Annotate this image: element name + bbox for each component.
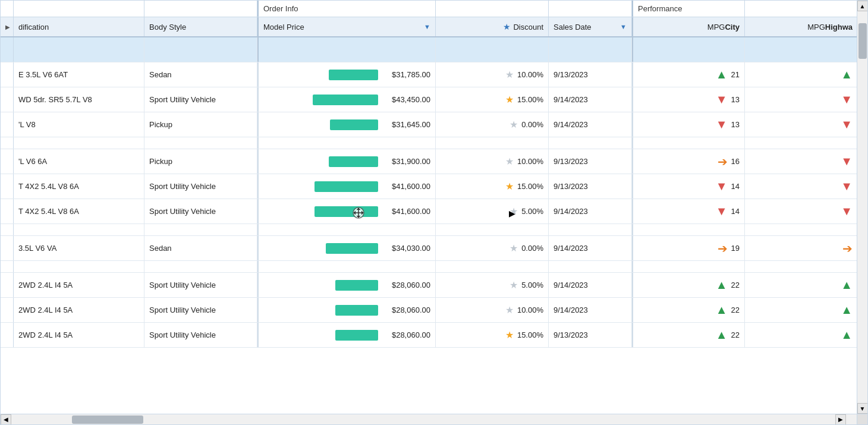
table-row[interactable]: 2WD 2.4L I4 5A Sport Utility Vehicle $28… — [1, 273, 867, 298]
table-row[interactable] — [1, 224, 867, 236]
discount-value: 5.00% — [521, 281, 543, 289]
vertical-scrollbar[interactable]: ▲ ▼ — [857, 1, 867, 414]
row-expand[interactable] — [1, 112, 14, 137]
col-header-body-style[interactable]: Body Style — [144, 17, 257, 36]
col-header-mpg-city[interactable]: MPG City — [632, 17, 745, 36]
row-expand[interactable] — [1, 298, 14, 322]
price-bar — [315, 181, 378, 192]
row-model-price: $28,060.00 — [257, 273, 436, 297]
spacer-discount — [436, 224, 549, 235]
row-mpg-city: ➔ 19 — [632, 236, 745, 260]
discount-value: 15.00% — [517, 182, 543, 191]
row-expand[interactable] — [1, 37, 14, 62]
spacer-expand — [1, 137, 14, 149]
mpg-city-value: 22 — [731, 330, 740, 339]
row-sales-date: 9/14/2023 — [549, 199, 632, 223]
spacer-mpg-highway — [745, 137, 858, 149]
discount-value: 15.00% — [517, 330, 543, 339]
sales-date-filter-icon[interactable]: ▼ — [620, 23, 627, 30]
row-mpg-city — [632, 37, 745, 62]
row-sales-date: 9/14/2023 — [549, 298, 632, 322]
table-row[interactable] — [1, 37, 867, 62]
row-expand[interactable] — [1, 149, 14, 174]
row-discount: ★ 5.00% — [436, 199, 549, 223]
star-empty: ★ — [505, 69, 514, 80]
table-row[interactable]: WD 5dr. SR5 5.7L V8 Sport Utility Vehicl… — [1, 87, 867, 112]
table-row[interactable]: 3.5L V6 VA Sedan $34,030.00 ★ 0.00% 9/14… — [1, 236, 867, 261]
row-expand[interactable] — [1, 273, 14, 297]
scroll-up-button[interactable]: ▲ — [857, 1, 868, 11]
table-row[interactable] — [1, 137, 867, 149]
row-modification: 2WD 2.4L I4 5A — [14, 273, 144, 297]
row-modification: 3.5L V6 VA — [14, 236, 144, 260]
row-mpg-highway: ▼ — [745, 87, 858, 112]
row-sales-date: 9/14/2023 — [549, 87, 632, 112]
mpg-city-value: 22 — [731, 281, 740, 289]
row-model-price: $31,645.00 — [257, 112, 436, 137]
row-mpg-highway: ▼ — [745, 149, 858, 174]
row-expand[interactable] — [1, 199, 14, 223]
col-header-discount[interactable]: ★ Discount — [436, 17, 549, 36]
spacer-discount — [436, 137, 549, 149]
scroll-left-button[interactable]: ◀ — [1, 414, 11, 425]
row-expand[interactable] — [1, 236, 14, 260]
table-row[interactable]: T 4X2 5.4L V8 6A Sport Utility Vehicle $… — [1, 174, 867, 199]
horizontal-scrollbar[interactable]: ◀ ▶ — [1, 414, 857, 424]
row-body-style: Sport Utility Vehicle — [144, 323, 257, 347]
row-mpg-city: ▼ 14 — [632, 174, 745, 199]
expand-icon: ▶ — [5, 24, 10, 30]
row-body-style: Sport Utility Vehicle — [144, 87, 257, 112]
table-row[interactable] — [1, 261, 867, 273]
row-modification: WD 5dr. SR5 5.7L V8 — [14, 87, 144, 112]
row-mpg-highway: ▼ — [745, 174, 858, 199]
row-discount: ★ 10.00% — [436, 298, 549, 322]
row-sales-date: 9/14/2023 — [549, 236, 632, 260]
col-header-modification[interactable]: dification — [14, 17, 144, 36]
spacer-mpg-city — [632, 224, 745, 235]
row-expand[interactable] — [1, 323, 14, 347]
scroll-thumb-horizontal[interactable] — [72, 415, 143, 424]
row-modification: 'L V8 — [14, 112, 144, 137]
price-bar — [329, 70, 378, 80]
scroll-down-button[interactable]: ▼ — [857, 403, 868, 414]
mpg-arrow-right: ➔ — [718, 155, 728, 169]
row-mpg-city: ➔ 16 — [632, 149, 745, 174]
row-model-price: $34,030.00 — [257, 236, 436, 260]
mpg-city-value: 21 — [731, 70, 740, 79]
col-header-mpg-highway[interactable]: MPG Highwa — [745, 17, 858, 36]
table-row[interactable]: T 4X2 5.4L V8 6A Sport Utility Vehicle $… — [1, 199, 867, 224]
discount-value: 10.00% — [517, 306, 543, 314]
row-expand[interactable] — [1, 87, 14, 112]
row-sales-date: 9/14/2023 — [549, 273, 632, 297]
price-bar — [335, 280, 378, 291]
row-expand[interactable] — [1, 174, 14, 199]
row-discount: ★ 15.00% — [436, 87, 549, 112]
row-expand[interactable] — [1, 62, 14, 87]
row-modification: 2WD 2.4L I4 5A — [14, 323, 144, 347]
table-row[interactable]: E 3.5L V6 6AT Sedan $31,785.00 ★ 10.00% … — [1, 62, 867, 87]
row-body-style: Sedan — [144, 62, 257, 87]
mpg-arrow-right: ➔ — [842, 241, 853, 256]
row-sales-date: 9/13/2023 — [549, 149, 632, 174]
table-row[interactable]: 'L V6 6A Pickup $31,900.00 ★ 10.00% 9/13… — [1, 149, 867, 174]
col-header-sales-date[interactable]: Sales Date ▼ — [549, 17, 632, 36]
scroll-right-button[interactable]: ▶ — [835, 414, 846, 425]
row-body-style — [144, 37, 257, 62]
row-sales-date: 9/13/2023 — [549, 323, 632, 347]
row-modification — [14, 37, 144, 62]
star-empty: ★ — [510, 206, 518, 217]
row-discount: ★ 10.00% — [436, 149, 549, 174]
spacer-model-price — [257, 224, 436, 235]
discount-value: 10.00% — [517, 157, 543, 166]
model-price-filter-icon[interactable]: ▼ — [424, 23, 430, 30]
table-row[interactable]: 2WD 2.4L I4 5A Sport Utility Vehicle $28… — [1, 298, 867, 323]
table-row[interactable]: 'L V8 Pickup $31,645.00 ★ 0.00% 9/14/202… — [1, 112, 867, 137]
row-body-style: Sport Utility Vehicle — [144, 199, 257, 223]
col-header-expand[interactable]: ▶ — [1, 17, 14, 36]
spacer-sales-date — [549, 224, 632, 235]
col-header-model-price[interactable]: Model Price ▼ — [257, 17, 436, 36]
mpg-arrow-up: ▲ — [716, 328, 728, 342]
data-grid: Order Info Performance ▶ dification Body… — [0, 0, 868, 425]
scroll-thumb-vertical[interactable] — [858, 23, 867, 59]
table-row[interactable]: 2WD 2.4L I4 5A Sport Utility Vehicle $28… — [1, 323, 867, 348]
